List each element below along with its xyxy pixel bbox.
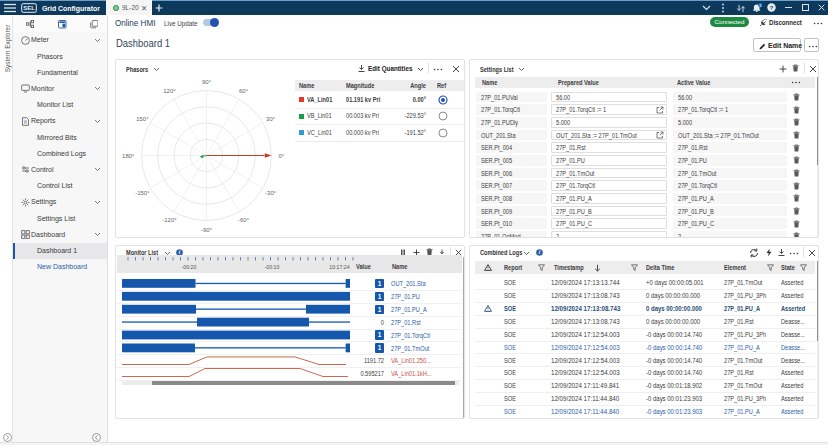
svg-text:-90°: -90° [201, 227, 213, 233]
svg-text:120°: 120° [163, 88, 176, 94]
svg-text:150°: 150° [136, 116, 149, 122]
svg-text:1: 1 [759, 4, 761, 8]
svg-text:SEL: SEL [23, 5, 35, 11]
svg-text:0°: 0° [279, 153, 285, 159]
svg-text:30°: 30° [266, 116, 276, 122]
svg-text:-150°: -150° [135, 190, 150, 196]
svg-text:-30°: -30° [265, 190, 277, 196]
svg-text:-60°: -60° [238, 217, 250, 223]
svg-text:180°: 180° [122, 153, 135, 159]
svg-text:60°: 60° [239, 88, 249, 94]
svg-text:90°: 90° [202, 79, 212, 85]
svg-text:?: ? [770, 4, 774, 11]
svg-text:-120°: -120° [162, 217, 177, 223]
